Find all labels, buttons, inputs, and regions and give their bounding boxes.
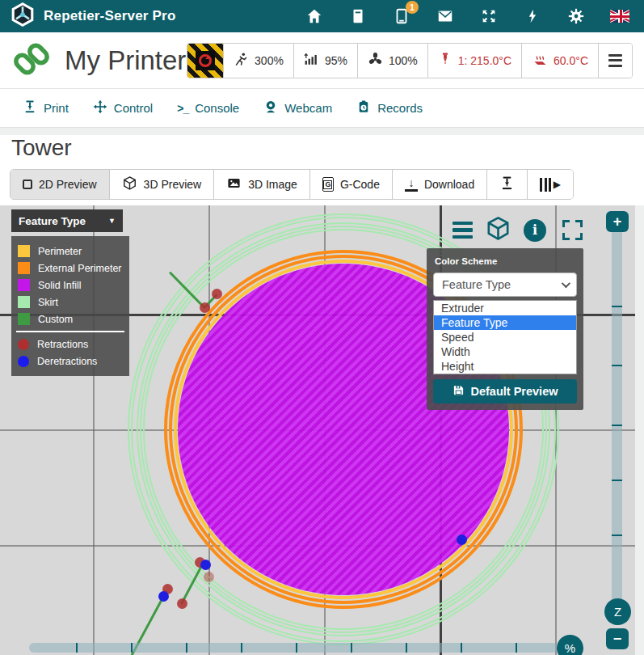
legend-item-retractions: Retractions [11, 336, 129, 353]
bolt-icon[interactable] [523, 6, 542, 26]
color-swatch [18, 245, 30, 257]
slider-tick [461, 643, 462, 653]
color-swatch [18, 356, 29, 367]
tab-console[interactable]: >_ Console [177, 101, 239, 115]
download-button[interactable]: ↓ Download [392, 170, 486, 199]
slider-tick [351, 643, 352, 653]
download-icon: ↓ [405, 178, 418, 192]
preview-toolbar: i [452, 215, 583, 245]
print-job-button[interactable] [486, 170, 527, 199]
slider-tick [131, 643, 133, 653]
tab-print[interactable]: Print [23, 99, 69, 116]
percent-mode-button[interactable]: % [557, 635, 583, 655]
slider-tick [612, 365, 622, 366]
nozzle-icon [499, 175, 515, 193]
extruder-icon [438, 52, 452, 69]
printer-header: My Printer 300% 95% 100% 1: 2 [0, 32, 644, 89]
server-icon[interactable] [348, 6, 368, 26]
notification-badge: 1 [406, 1, 419, 14]
fan-button[interactable]: 100% [357, 44, 427, 78]
preview-canvas[interactable]: Feature Type ▼ Perimeter External Perime… [0, 205, 635, 655]
color-swatch [18, 262, 30, 274]
home-icon[interactable] [305, 6, 324, 26]
layers-icon: ▶ [540, 178, 561, 192]
color-swatch [18, 339, 29, 350]
legend-header[interactable]: Feature Type ▼ [11, 209, 123, 232]
preview-menu-icon[interactable] [452, 222, 473, 239]
color-swatch [18, 279, 30, 291]
color-scheme-option-width[interactable]: Width [434, 344, 576, 359]
slider-tick [612, 480, 622, 481]
bed-temp-button[interactable]: 60.0°C [521, 44, 598, 78]
tab-records[interactable]: Records [356, 99, 423, 116]
bed-temp-value: 60.0°C [554, 54, 588, 67]
emergency-stop-button[interactable] [187, 44, 223, 78]
zoom-out-button[interactable]: − [606, 628, 629, 649]
fullscreen-icon[interactable] [562, 220, 583, 240]
color-scheme-label: Color Scheme [435, 256, 577, 266]
color-scheme-panel: Color Scheme Feature Type ExtruderFeatur… [427, 248, 583, 410]
view-3d-preview-button[interactable]: 3D Preview [109, 170, 214, 199]
fan-icon [368, 52, 383, 70]
layers-button[interactable]: ▶ [527, 170, 573, 199]
feature-legend: Feature Type ▼ Perimeter External Perime… [11, 209, 129, 376]
slider-tick [406, 643, 407, 653]
color-scheme-option-extruder[interactable]: Extruder [434, 301, 576, 315]
color-swatch [18, 296, 30, 308]
print-icon [23, 99, 37, 116]
flow-icon [304, 52, 319, 70]
expand-icon[interactable] [479, 6, 499, 26]
color-scheme-option-feature-type[interactable]: Feature Type [434, 315, 576, 330]
brand: Repetier-Server Pro [10, 2, 175, 31]
default-preview-button[interactable]: Default Preview [433, 379, 577, 404]
tab-label: Control [114, 101, 153, 115]
flow-multiplier-button[interactable]: 95% [293, 44, 357, 78]
legend-item-external-perimeter: External Perimeter [11, 260, 129, 277]
info-icon[interactable]: i [524, 219, 546, 242]
color-swatch [18, 313, 30, 325]
color-scheme-option-speed[interactable]: Speed [434, 330, 576, 344]
z-mode-button[interactable]: Z [604, 598, 631, 625]
tab-webcam[interactable]: Webcam [263, 99, 332, 116]
legend-item-solid-infill: Solid Infill [11, 277, 129, 294]
selected-value: Feature Type [442, 278, 511, 291]
slider-tick [186, 643, 187, 653]
retraction-marker [212, 289, 222, 299]
preview-3d-cube-icon[interactable] [485, 215, 511, 245]
uk-flag-icon[interactable] [610, 6, 629, 26]
webcam-icon [263, 99, 278, 116]
printer-menu-button[interactable] [598, 44, 632, 78]
view-button-label: 2D Preview [39, 178, 97, 191]
legend-item-custom: Custom [11, 311, 129, 328]
emergency-stop-icon [187, 44, 223, 78]
tab-label: Webcam [284, 101, 332, 115]
hamburger-icon [608, 54, 622, 67]
tab-control[interactable]: Control [93, 99, 153, 116]
color-scheme-select[interactable]: Feature Type [433, 273, 577, 297]
extruder-temp-button[interactable]: 1: 215.0°C [427, 44, 521, 78]
deretraction-marker [457, 535, 467, 545]
console-icon: >_ [177, 102, 188, 115]
color-scheme-option-height[interactable]: Height [434, 359, 576, 374]
zoom-in-button[interactable]: + [606, 211, 629, 232]
slider-tick [516, 643, 517, 653]
repetier-logo-icon [10, 2, 36, 31]
view-gcode-button[interactable]: G G-Code [309, 170, 392, 199]
progress-slider[interactable] [29, 643, 558, 653]
slider-tick [612, 535, 622, 536]
mail-icon[interactable] [436, 6, 455, 26]
tablet-icon[interactable]: 1 [392, 6, 411, 26]
gear-icon[interactable] [566, 6, 586, 26]
color-scheme-options: ExtruderFeature TypeSpeedWidthHeight [433, 300, 577, 374]
fan-value: 100% [389, 54, 418, 67]
speed-multiplier-button[interactable]: 300% [223, 44, 293, 78]
cube-icon [122, 175, 137, 193]
view-3d-image-button[interactable]: 3D Image [213, 170, 309, 199]
view-2d-preview-button[interactable]: 2D Preview [11, 170, 109, 199]
chevron-down-icon [562, 279, 570, 288]
view-button-label: G-Code [340, 178, 380, 191]
speed-value: 300% [255, 54, 284, 67]
view-button-label: Download [424, 178, 474, 191]
slider-tick [241, 643, 242, 653]
layer-slider[interactable] [612, 227, 622, 607]
